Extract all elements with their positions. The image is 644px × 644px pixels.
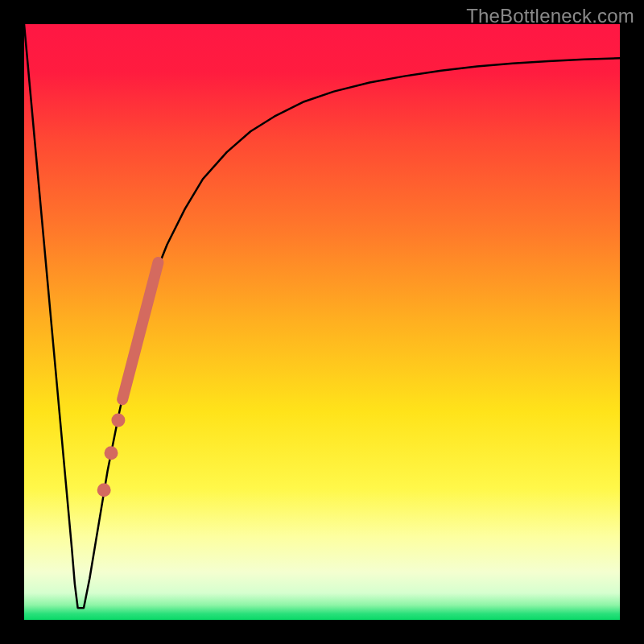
- watermark-text: TheBottleneck.com: [466, 5, 634, 27]
- gradient-background: [24, 24, 620, 620]
- svg-rect-0: [24, 24, 620, 620]
- chart-frame: TheBottleneck.com: [0, 0, 644, 644]
- plot-area: [24, 24, 620, 620]
